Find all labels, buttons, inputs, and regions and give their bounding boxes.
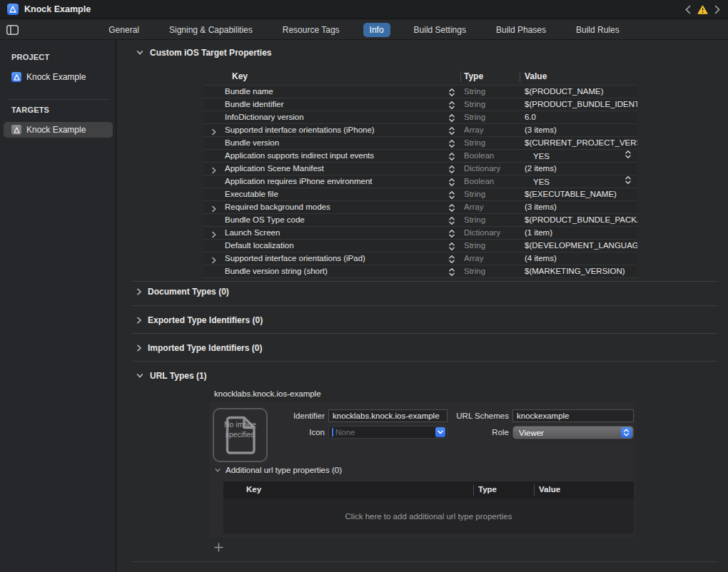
property-value[interactable]: (3 items)	[525, 124, 637, 136]
property-row[interactable]: InfoDictionary versionString6.0	[203, 111, 637, 124]
tab-general[interactable]: General	[102, 23, 146, 37]
section-exported-type-identifiers[interactable]: Exported Type Identifiers (0)	[136, 315, 263, 325]
warning-badge[interactable]	[697, 5, 708, 14]
property-value[interactable]: (3 items)	[525, 201, 637, 213]
additional-table-empty-row[interactable]: Click here to add additional url type pr…	[223, 499, 634, 533]
property-row[interactable]: Supported interface orientations (iPad)A…	[203, 252, 637, 265]
property-key: InfoDictionary version	[225, 111, 304, 123]
property-key: Supported interface orientations (iPhone…	[225, 124, 375, 136]
property-value[interactable]: $(DEVELOPMENT_LANGUAGI	[525, 240, 637, 252]
property-row[interactable]: Required background modesArray(3 items)	[203, 201, 637, 214]
up-down-chevrons-icon	[448, 165, 455, 174]
column-value: Value	[539, 485, 560, 494]
property-value[interactable]: YES	[525, 150, 637, 163]
column-divider	[534, 484, 535, 496]
window-title: Knock Example	[24, 4, 91, 14]
section-document-types[interactable]: Document Types (0)	[136, 287, 229, 297]
section-imported-type-identifiers[interactable]: Imported Type Identifiers (0)	[136, 343, 262, 353]
target-item-label: Knock Example	[26, 125, 86, 135]
disclosure-collapsed-icon	[211, 230, 217, 239]
boolean-value: YES	[533, 176, 550, 188]
up-down-chevrons-icon	[448, 255, 455, 264]
property-value[interactable]: (1 item)	[525, 227, 637, 239]
property-row[interactable]: Bundle OS Type codeString$(PRODUCT_BUNDL…	[203, 214, 637, 227]
icon-combobox[interactable]: None	[328, 426, 448, 439]
property-value[interactable]: $(PRODUCT_BUNDLE_IDENT	[525, 98, 637, 111]
titlebar: Knock Example	[0, 0, 728, 19]
tab-build-rules[interactable]: Build Rules	[570, 23, 626, 37]
property-row[interactable]: Application supports indirect input even…	[203, 150, 637, 163]
properties-table-header: Key Type Value	[203, 69, 637, 85]
section-divider	[132, 361, 717, 362]
property-value[interactable]: YES	[525, 175, 637, 188]
up-down-chevrons-icon	[448, 216, 455, 225]
tab-build-phases[interactable]: Build Phases	[490, 23, 552, 37]
text-caret	[332, 428, 333, 436]
value-stepper-icon[interactable]	[625, 150, 632, 163]
back-button[interactable]	[685, 5, 691, 14]
property-value[interactable]: $(PRODUCT_NAME)	[525, 86, 637, 98]
bottom-divider	[132, 561, 717, 562]
property-row[interactable]: Executable fileString$(EXECUTABLE_NAME)	[203, 188, 637, 201]
property-key: Bundle version string (short)	[225, 265, 328, 277]
property-row[interactable]: Bundle nameString$(PRODUCT_NAME)	[203, 86, 637, 98]
add-url-type-button[interactable]	[212, 541, 225, 553]
additional-url-properties-header[interactable]: Additional url type properties (0)	[214, 466, 342, 474]
property-type: String	[464, 98, 485, 111]
disclosure-collapsed-icon	[136, 287, 142, 296]
tab-signing-capabilities[interactable]: Signing & Capabilities	[163, 23, 259, 37]
role-popup-value: Viewer	[519, 429, 621, 437]
property-value[interactable]: $(EXECUTABLE_NAME)	[525, 188, 637, 200]
property-key: Bundle identifier	[225, 98, 283, 111]
property-value[interactable]: $(PRODUCT_BUNDLE_PACKA	[525, 214, 637, 226]
up-down-chevrons-icon	[448, 113, 455, 123]
property-value[interactable]: (2 items)	[525, 163, 637, 175]
disclosure-expanded-icon	[136, 50, 144, 56]
column-key: Key	[246, 485, 261, 494]
sidebar-toggle-button[interactable]	[6, 25, 19, 38]
property-row[interactable]: Bundle identifierString$(PRODUCT_BUNDLE_…	[203, 98, 637, 111]
up-down-chevrons-icon	[623, 429, 630, 436]
value-stepper-icon[interactable]	[625, 175, 632, 188]
property-value[interactable]: $(MARKETING_VERSION)	[525, 265, 637, 277]
sidebar-item-target[interactable]: Knock Example	[4, 122, 113, 138]
icon-label: Icon	[252, 428, 325, 436]
property-row[interactable]: Bundle version string (short)String$(MAR…	[203, 265, 637, 278]
role-popup-button[interactable]: Viewer	[512, 426, 634, 439]
section-divider	[132, 305, 717, 306]
up-down-chevrons-icon	[448, 203, 455, 213]
property-type: String	[464, 86, 485, 98]
key-stepper-icon[interactable]	[448, 267, 455, 280]
disclosure-expanded-icon	[136, 373, 144, 379]
property-row[interactable]: Default localizationString$(DEVELOPMENT_…	[203, 240, 637, 252]
section-url-types[interactable]: URL Types (1)	[136, 371, 207, 381]
disclosure-collapsed-icon	[211, 128, 217, 136]
tab-resource-tags[interactable]: Resource Tags	[276, 23, 346, 37]
property-key: Bundle OS Type code	[225, 214, 305, 226]
property-value[interactable]: (4 items)	[525, 252, 637, 265]
property-value[interactable]: $(CURRENT_PROJECT_VERS	[525, 137, 637, 149]
section-custom-ios-target-properties[interactable]: Custom iOS Target Properties	[136, 48, 271, 58]
tab-info[interactable]: Info	[363, 23, 390, 37]
property-row[interactable]: Launch ScreenDictionary(1 item)	[203, 227, 637, 240]
property-row[interactable]: Application Scene ManifestDictionary(2 i…	[203, 163, 637, 175]
sidebar-item-project[interactable]: Knock Example	[4, 69, 113, 85]
warning-triangle-icon	[697, 5, 708, 14]
xcode-window: Knock Example GeneralSigning & Capabilit…	[0, 0, 728, 572]
identifier-input[interactable]	[328, 409, 448, 422]
property-row[interactable]: Bundle versionString$(CURRENT_PROJECT_VE…	[203, 137, 637, 150]
url-schemes-input[interactable]	[512, 409, 634, 422]
property-row[interactable]: Supported interface orientations (iPhone…	[203, 124, 637, 137]
disclosure-collapsed-icon	[211, 205, 217, 213]
property-row[interactable]: Application requires iPhone environmentB…	[203, 175, 637, 188]
tab-build-settings[interactable]: Build Settings	[408, 23, 472, 37]
add-properties-hint: Click here to add additional url type pr…	[345, 512, 512, 521]
identifier-label: Identifier	[252, 412, 325, 420]
property-key: Application requires iPhone environment	[225, 175, 372, 188]
property-type: String	[464, 265, 485, 277]
property-value[interactable]: 6.0	[525, 111, 637, 123]
column-divider	[460, 71, 461, 82]
property-key: Supported interface orientations (iPad)	[225, 252, 365, 265]
additional-properties-table: Key Type Value Click here to add additio…	[223, 481, 634, 533]
forward-button[interactable]	[714, 5, 720, 14]
